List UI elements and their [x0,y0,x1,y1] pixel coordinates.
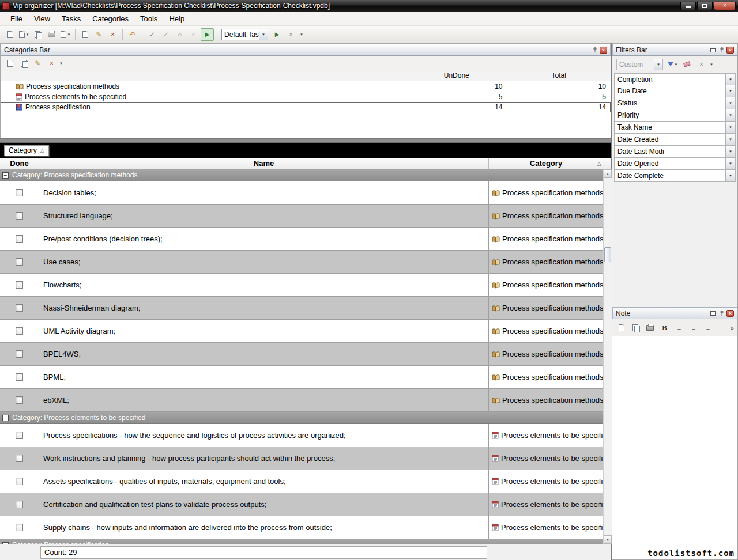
menu-categories[interactable]: Categories [86,12,134,25]
task-checkbox[interactable] [16,396,23,404]
edit-category-button[interactable]: ✎ [31,58,44,70]
combo-dropdown-button[interactable]: ▼ [654,59,662,70]
collapse-icon[interactable]: − [2,172,9,179]
dropdown-icon[interactable]: ▼ [26,33,29,36]
filter-dropdown[interactable]: ▼ [725,158,735,169]
cancel-template-button[interactable]: × [284,28,298,41]
task-row[interactable]: UML Activity diagram;Process specificati… [0,320,603,343]
timer-toggle-button[interactable]: ▶ [201,28,214,41]
pin-button[interactable] [591,47,598,54]
task-checkbox[interactable] [16,524,23,531]
new-category-button[interactable] [3,58,17,70]
task-checkbox[interactable] [16,212,23,220]
task-row[interactable]: Supply chains - how inputs and informati… [0,516,603,539]
pin-button[interactable] [718,310,725,317]
total-column-header[interactable]: Total [507,71,611,81]
task-row[interactable]: Nassi-Shneiderman diagram;Process specif… [0,297,603,320]
print-preview-button[interactable]: ▼ [59,28,72,41]
category-row[interactable]: Process specification1414 [1,102,611,112]
task-checkbox[interactable] [16,304,23,312]
scroll-thumb[interactable] [604,247,611,262]
filter-dropdown[interactable]: ▼ [725,97,735,109]
filters-toolbar-overflow-icon[interactable]: ▼ [710,63,713,66]
menu-file[interactable]: File [5,12,28,25]
attach-button[interactable] [629,321,642,334]
vertical-scrollbar[interactable]: ▲ ▼ [603,169,612,544]
menu-tasks[interactable]: Tasks [56,12,86,25]
undone-column-header[interactable]: UnDone [406,71,507,81]
task-checkbox[interactable] [16,327,23,335]
minimize-button[interactable] [680,2,696,10]
task-row[interactable]: Pre/post conditions (decision trees);Pro… [0,228,603,251]
delete-task-button[interactable]: × [106,28,119,41]
note-toolbar-overflow-icon[interactable]: » [731,324,735,331]
bullet-list-button[interactable]: ≡ [701,321,714,334]
duplicate-button[interactable] [31,28,44,41]
close-panel-button[interactable]: × [726,47,734,54]
task-group-header[interactable]: −Category: Process elements to be specif… [0,412,603,424]
task-row[interactable]: Decision tables;Process specification me… [0,181,603,205]
insert-note-button[interactable] [615,321,628,334]
task-row[interactable]: Flowcharts;Process specification methods [0,274,603,297]
new-task-button[interactable] [3,28,17,41]
toolbar-overflow-icon[interactable]: ▼ [300,33,303,36]
task-checkbox[interactable] [16,235,23,243]
note-editor[interactable]: todolistsoft.com [612,336,737,559]
task-row[interactable]: Assets specifications - qualities of inp… [0,470,603,493]
task-row[interactable]: BPEL4WS;Process specification methods [0,343,603,366]
complete-all-button[interactable]: ✓ [159,28,172,41]
edit-task-button[interactable]: ✎ [92,28,106,41]
group-by-chip[interactable]: Category △ [4,145,49,156]
delete-filter-button[interactable]: × [695,58,708,71]
filter-dropdown[interactable]: ▼ [725,85,735,97]
category-name-column-header[interactable] [1,71,406,81]
apply-template-button[interactable]: ▶ [270,28,284,41]
done-column-header[interactable]: Done [0,158,39,169]
maximize-button[interactable] [697,2,713,10]
task-checkbox[interactable] [16,373,23,381]
task-row[interactable]: Use cases;Process specification methods [0,251,603,274]
categories-toolbar-overflow-icon[interactable]: ▼ [59,62,63,65]
new-subcategory-button[interactable] [17,58,31,70]
apply-filter-button[interactable]: ▼ [666,58,679,71]
close-panel-button[interactable]: × [600,47,607,54]
collapse-icon[interactable]: − [2,415,9,421]
task-row[interactable]: Process specifications - how the sequenc… [0,424,603,447]
pin-button[interactable] [718,47,725,54]
filter-dropdown[interactable]: ▼ [725,109,735,121]
task-group-header[interactable]: −Category: Process specification methods [0,169,603,181]
category-column-header[interactable]: Category △ [489,158,603,169]
task-row[interactable]: ebXML;Process specification methods [0,389,603,412]
clear-filter-button[interactable] [680,58,694,71]
filter-dropdown[interactable]: ▼ [725,170,735,181]
filter-preset-combo[interactable]: Custom ▼ [616,59,663,70]
task-checkbox[interactable] [16,478,23,485]
task-checkbox[interactable] [16,432,23,439]
close-panel-button[interactable]: × [726,310,734,317]
task-checkbox[interactable] [16,350,23,358]
task-checkbox[interactable] [16,258,23,266]
menu-view[interactable]: View [28,12,56,25]
print-button[interactable] [45,28,58,41]
add-task-button[interactable] [78,28,92,41]
task-row[interactable]: Certification and qualification test pla… [0,493,603,516]
print-note-button[interactable] [643,321,657,334]
category-row[interactable]: Process elements to be specified55 [1,92,611,102]
status-circle-button[interactable]: ○ [173,28,186,41]
task-checkbox[interactable] [16,455,23,462]
scroll-track[interactable] [604,178,612,535]
align-center-button[interactable]: ≡ [687,321,700,334]
scroll-up-button[interactable]: ▲ [604,169,612,178]
close-button[interactable]: × [714,2,736,10]
menu-help[interactable]: Help [163,12,190,25]
float-panel-button[interactable] [709,47,717,54]
dropdown-icon[interactable]: ▼ [67,33,71,36]
horizontal-splitter[interactable] [0,138,611,143]
task-row[interactable]: Work instructions and planning - how pro… [0,447,603,470]
name-column-header[interactable]: Name [39,158,489,169]
task-group-header[interactable]: −Category: Process specification [0,539,603,544]
filter-dropdown[interactable]: ▼ [725,74,735,85]
task-checkbox[interactable] [16,501,23,508]
scroll-down-button[interactable]: ▼ [604,535,612,544]
filter-dropdown[interactable]: ▼ [725,146,735,157]
